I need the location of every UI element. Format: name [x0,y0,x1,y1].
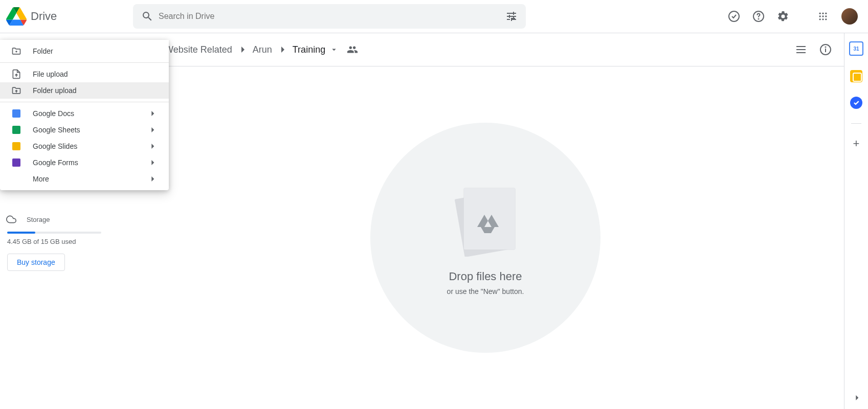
menu-item-file-upload[interactable]: File upload [0,66,169,82]
chevron-right-icon [147,125,158,135]
sheets-icon [11,125,21,135]
svg-point-8 [822,15,824,17]
file-upload-icon [11,69,21,79]
menu-item-label: Folder [33,47,158,55]
storage-text: 4.45 GB of 15 GB used [7,238,120,245]
empty-files-icon [450,180,521,257]
chevron-right-icon [147,108,158,119]
forms-icon [11,157,21,168]
svg-point-4 [819,13,821,14]
menu-item-google-docs[interactable]: Google Docs [0,105,169,122]
menu-item-label: Google Sheets [33,126,136,134]
svg-point-5 [822,13,824,14]
search-bar[interactable] [133,4,526,29]
dropdown-arrow-icon[interactable] [329,45,339,54]
buy-storage-button[interactable]: Buy storage [7,254,65,271]
svg-point-3 [759,19,759,19]
menu-separator [0,62,169,63]
cloud-icon [6,214,16,224]
menu-item-label: File upload [33,70,158,78]
menu-item-new-folder[interactable]: Folder [0,43,169,59]
chevron-right-icon [147,141,158,151]
offline-ready-icon[interactable] [728,10,740,22]
settings-icon[interactable] [777,10,789,22]
docs-icon [11,108,21,119]
get-addons-icon[interactable]: + [853,138,860,149]
empty-title: Drop files here [449,270,522,283]
menu-item-label: Folder upload [33,86,158,95]
header: Drive [0,0,868,33]
main-panel: e Website Related Arun Training [127,33,844,409]
empty-subtitle: or use the "New" button. [447,287,524,296]
chevron-right-icon [236,43,249,56]
svg-point-7 [819,15,821,17]
chevron-right-icon [276,43,288,56]
hide-side-panel-icon[interactable] [852,393,862,403]
blank-icon [11,174,21,184]
menu-item-more[interactable]: More [0,171,169,187]
new-folder-icon [11,46,21,56]
chevron-right-icon [147,157,158,168]
menu-item-google-sheets[interactable]: Google Sheets [0,122,169,138]
storage-bar [7,232,101,234]
slides-icon [11,141,21,151]
new-context-menu: Folder File upload Folder upload Google … [0,40,169,190]
help-icon[interactable] [752,10,765,22]
breadcrumb-item-current[interactable]: Training [293,44,325,55]
tasks-app-icon[interactable] [850,97,862,109]
menu-item-google-slides[interactable]: Google Slides [0,138,169,154]
breadcrumb: e Website Related Arun Training [127,33,844,66]
menu-item-label: Google Slides [33,142,136,150]
menu-item-google-forms[interactable]: Google Forms [0,154,169,171]
drop-zone[interactable]: Drop files here or use the "New" button. [370,123,600,353]
sidebar-item-storage[interactable]: Storage [0,211,127,228]
chevron-right-icon [147,174,158,184]
keep-app-icon[interactable] [850,70,862,82]
search-icon [141,10,153,22]
details-icon[interactable] [819,43,832,56]
menu-separator [0,102,169,102]
svg-point-12 [825,18,827,20]
storage-label: Storage [27,216,50,223]
svg-point-9 [825,15,827,17]
folder-upload-icon [11,85,21,96]
drive-logo-icon [6,6,27,27]
brand[interactable]: Drive [4,6,133,27]
search-options-icon[interactable] [505,10,518,22]
apps-grid-icon[interactable] [817,10,829,22]
storage-fill [7,232,35,234]
avatar[interactable] [841,8,858,25]
search-input[interactable] [158,11,501,21]
brand-title: Drive [31,10,57,23]
calendar-app-icon[interactable]: 31 [849,41,863,56]
svg-point-6 [825,13,827,14]
side-panel: 31 + [844,33,868,409]
breadcrumb-item[interactable]: Arun [253,44,272,55]
header-right [728,8,864,25]
menu-item-label: More [33,175,136,183]
menu-item-label: Google Docs [33,109,136,118]
menu-item-folder-upload[interactable]: Folder upload [0,82,169,99]
svg-point-11 [822,18,824,20]
breadcrumb-item[interactable]: Website Related [165,44,232,55]
side-divider [851,123,861,124]
svg-point-10 [819,18,821,20]
list-view-icon[interactable] [795,43,807,56]
menu-item-label: Google Forms [33,158,136,167]
shared-icon[interactable] [347,44,358,55]
svg-point-1 [729,11,739,21]
empty-state: Drop files here or use the "New" button. [127,66,844,409]
svg-point-15 [826,47,826,48]
